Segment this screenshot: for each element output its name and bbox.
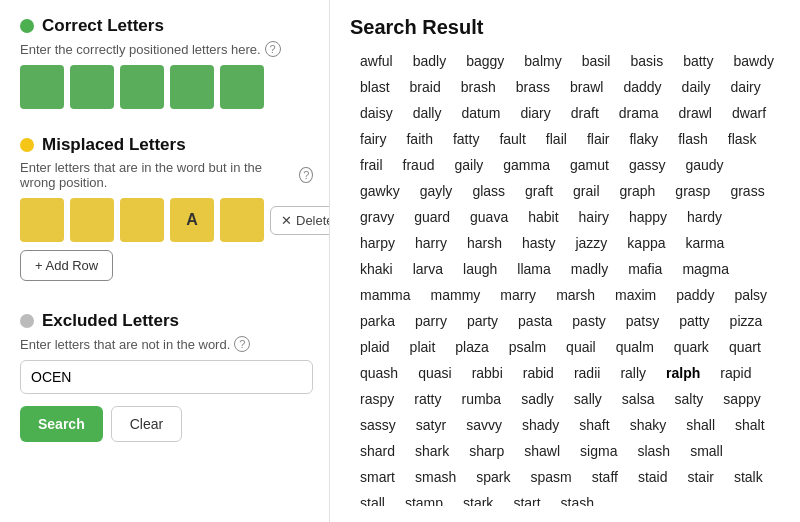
list-item: pizza — [720, 309, 773, 333]
add-row-button[interactable]: + Add Row — [20, 250, 113, 281]
list-item: salty — [665, 387, 714, 411]
list-item: shard — [350, 439, 405, 463]
list-item: shawl — [514, 439, 570, 463]
list-item: harry — [405, 231, 457, 255]
list-item: quart — [719, 335, 771, 359]
list-item: sally — [564, 387, 612, 411]
list-item: stalk — [724, 465, 773, 489]
list-item: diary — [510, 101, 560, 125]
correct-box-1[interactable] — [20, 65, 64, 109]
misplaced-box-1-2[interactable] — [70, 198, 114, 242]
list-item: glass — [462, 179, 515, 203]
list-item: stall — [350, 491, 395, 506]
list-item: faith — [396, 127, 442, 151]
list-item: grail — [563, 179, 609, 203]
list-item: braid — [400, 75, 451, 99]
list-item: raspy — [350, 387, 404, 411]
list-item: madly — [561, 257, 618, 281]
gray-dot-icon — [20, 314, 34, 328]
list-item: badly — [403, 49, 456, 73]
list-item: basil — [572, 49, 621, 73]
yellow-dot-icon — [20, 138, 34, 152]
list-item: laugh — [453, 257, 507, 281]
list-item: hasty — [512, 231, 565, 255]
list-item: awful — [350, 49, 403, 73]
list-item: mamma — [350, 283, 421, 307]
right-panel: Search Result awfulbadlybaggybalmybasilb… — [330, 0, 800, 522]
misplaced-letters-title: Misplaced Letters — [20, 135, 313, 155]
misplaced-box-1-4[interactable] — [170, 198, 214, 242]
list-item: flash — [668, 127, 718, 151]
list-item: gassy — [619, 153, 676, 177]
list-item: gawky — [350, 179, 410, 203]
list-item: daisy — [350, 101, 403, 125]
misplaced-letters-section: Misplaced Letters Enter letters that are… — [20, 135, 313, 297]
list-item: brawl — [560, 75, 613, 99]
list-item: sappy — [713, 387, 770, 411]
list-item: daddy — [613, 75, 671, 99]
misplaced-letters-desc: Enter letters that are in the word but i… — [20, 160, 313, 190]
list-item: smart — [350, 465, 405, 489]
list-item: shady — [512, 413, 569, 437]
list-item: satyr — [406, 413, 456, 437]
list-item: larva — [403, 257, 453, 281]
list-item: rabbi — [462, 361, 513, 385]
list-item: brass — [506, 75, 560, 99]
misplaced-row-1: ✕ Delete Row — [20, 198, 313, 242]
list-item: harsh — [457, 231, 512, 255]
list-item: slash — [627, 439, 680, 463]
search-button[interactable]: Search — [20, 406, 103, 442]
list-item: fairy — [350, 127, 396, 151]
excluded-letters-desc: Enter letters that are not in the word. … — [20, 336, 313, 352]
word-grid-container[interactable]: awfulbadlybaggybalmybasilbasisbattybawdy… — [350, 49, 788, 506]
correct-box-2[interactable] — [70, 65, 114, 109]
list-item: mammy — [421, 283, 491, 307]
excluded-letters-help-icon[interactable]: ? — [234, 336, 250, 352]
list-item: llama — [507, 257, 560, 281]
list-item: flask — [718, 127, 767, 151]
list-item: basis — [620, 49, 673, 73]
list-item: bawdy — [724, 49, 784, 73]
list-item: fraud — [393, 153, 445, 177]
correct-letters-desc: Enter the correctly positioned letters h… — [20, 41, 313, 57]
list-item: blast — [350, 75, 400, 99]
list-item: guava — [460, 205, 518, 229]
list-item: plaza — [445, 335, 498, 359]
list-item: salsa — [612, 387, 665, 411]
list-item: party — [457, 309, 508, 333]
delete-row-button[interactable]: ✕ Delete Row — [270, 206, 330, 235]
correct-letter-boxes — [20, 65, 313, 109]
misplaced-box-1-5[interactable] — [220, 198, 264, 242]
list-item: marsh — [546, 283, 605, 307]
misplaced-box-1-3[interactable] — [120, 198, 164, 242]
list-item: karma — [676, 231, 735, 255]
correct-box-4[interactable] — [170, 65, 214, 109]
correct-letters-help-icon[interactable]: ? — [265, 41, 281, 57]
list-item: sharp — [459, 439, 514, 463]
list-item: draft — [561, 101, 609, 125]
list-item: grass — [720, 179, 774, 203]
correct-box-5[interactable] — [220, 65, 264, 109]
list-item: dally — [403, 101, 452, 125]
list-item: flaky — [619, 127, 668, 151]
list-item: pasty — [562, 309, 615, 333]
list-item: quasi — [408, 361, 461, 385]
misplaced-letters-help-icon[interactable]: ? — [299, 167, 313, 183]
excluded-letters-input[interactable] — [20, 360, 313, 394]
excluded-letters-title: Excluded Letters — [20, 311, 313, 331]
list-item: quark — [664, 335, 719, 359]
list-item: staid — [628, 465, 678, 489]
list-item: plaid — [350, 335, 400, 359]
list-item: dairy — [720, 75, 770, 99]
clear-button[interactable]: Clear — [111, 406, 182, 442]
result-title: Search Result — [350, 16, 788, 39]
list-item: dwarf — [722, 101, 776, 125]
list-item: savvy — [456, 413, 512, 437]
list-item: marry — [490, 283, 546, 307]
list-item: daily — [672, 75, 721, 99]
correct-box-3[interactable] — [120, 65, 164, 109]
list-item: spark — [466, 465, 520, 489]
misplaced-box-1-1[interactable] — [20, 198, 64, 242]
list-item: radii — [564, 361, 610, 385]
list-item: hardy — [677, 205, 732, 229]
